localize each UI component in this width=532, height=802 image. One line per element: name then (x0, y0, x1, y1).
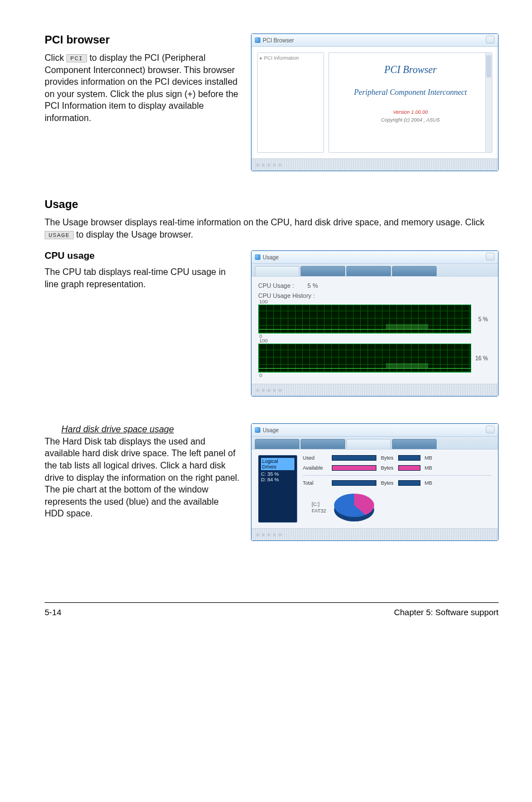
close-icon[interactable] (486, 36, 495, 44)
close-icon[interactable] (486, 426, 495, 433)
bar-total-mb (398, 480, 420, 486)
cpu-graph-2-pct: 16 % (475, 355, 488, 361)
pci-tree-root: PCI Information (264, 55, 299, 61)
hdd-total-label: Total (303, 480, 327, 486)
pci-para-pre: Click (45, 53, 66, 62)
hdd-window-title: Usage (263, 427, 279, 433)
hdd-total-mb: MB (425, 480, 433, 486)
tab-memory[interactable] (392, 439, 437, 449)
cpu-graph-2 (258, 344, 471, 373)
hdd-paragraph: Hard disk drive space usage The Hard Dis… (45, 423, 240, 520)
pci-section-title: PCI browser (45, 33, 240, 46)
page-footer: 5-14 Chapter 5: Software support (45, 602, 499, 617)
hdd-total-unit: Bytes (381, 480, 394, 486)
pci-info-heading: PCI Browser (329, 64, 492, 76)
pci-info-sub: Peripheral Component Interconnect (329, 88, 492, 97)
bar-used-bytes (332, 455, 376, 461)
page-number: 5-14 (45, 607, 61, 617)
usage-chip-icon: USAGE (45, 231, 74, 239)
hdd-para-text: The Hard Disk tab displays the used and … (45, 437, 240, 519)
window-footer-strip (252, 528, 498, 540)
cpu-usage-window: Usage CPU Usage : 5 % CPU Usa (251, 250, 499, 397)
axis-top: 100 (259, 299, 268, 305)
bar-total-bytes (332, 480, 376, 486)
hdd-used-mb: MB (425, 455, 433, 461)
hdd-heading: Hard disk drive space usage (61, 424, 174, 434)
hdd-avail-label: Available (303, 465, 327, 471)
pci-para-post: to display the PCI (Peripheral Component… (45, 53, 238, 123)
hdd-drive-list[interactable]: Logical Drives C: 35 % D: 84 % (258, 455, 297, 523)
window-icon (255, 37, 260, 43)
pie-legend-type: [C:] (312, 501, 326, 508)
pci-info-panel: PCI Browser Peripheral Component Interco… (328, 52, 492, 153)
hdd-avail-mb: MB (425, 465, 433, 471)
hdd-usage-window: Usage Logical Drives C: 35 % D: (251, 423, 499, 541)
cpu-usage-label: CPU Usage : (258, 282, 294, 289)
usage-tabs (252, 437, 498, 449)
list-item[interactable]: C: 35 % (261, 471, 294, 477)
cpu-graph-1 (258, 305, 471, 334)
bar-used-mb (398, 455, 420, 461)
close-icon[interactable] (486, 253, 495, 260)
pci-chip-icon: PCI (66, 54, 87, 62)
cpu-graph-1-pct: 5 % (478, 316, 488, 322)
tab-cpu[interactable] (255, 439, 299, 449)
tab-memory[interactable] (346, 266, 391, 276)
pci-window-title: PCI Browser (263, 37, 294, 44)
pci-browser-window: PCI Browser ▸ PCI Information PCI Browse… (251, 33, 499, 171)
list-item[interactable]: D: 84 % (261, 477, 294, 482)
axis-bot: 0 (259, 373, 262, 378)
pci-paragraph: Click PCI to display the PCI (Peripheral… (45, 52, 240, 124)
tab-cpu[interactable] (255, 266, 299, 276)
cpu-history-label: CPU Usage History : (258, 292, 315, 299)
cpu-window-title: Usage (263, 254, 279, 260)
cpu-usage-title: CPU usage (45, 250, 240, 262)
usage-intro-pre: The Usage browser displays real-time inf… (45, 218, 485, 227)
window-footer-strip (252, 158, 498, 171)
cpu-usage-para: The CPU tab displays real-time CPU usage… (45, 266, 240, 290)
tab-hdd[interactable] (346, 439, 391, 449)
hdd-list-header: Logical Drives (261, 458, 294, 470)
axis-top: 100 (259, 338, 268, 344)
usage-tabs (252, 264, 498, 276)
tab-hdd-placeholder[interactable] (301, 439, 345, 449)
window-icon (255, 427, 260, 433)
pci-tree-panel[interactable]: ▸ PCI Information (257, 52, 324, 153)
usage-section-title: Usage (45, 198, 499, 211)
window-icon (255, 254, 260, 260)
usage-intro-post: to display the Usage browser. (76, 230, 193, 239)
hdd-used-label: Used (303, 455, 327, 461)
pci-info-version: Version 1.00.00 (329, 109, 492, 115)
scrollbar[interactable] (485, 53, 492, 152)
pci-info-copyright: Copyright (c) 2004 , ASUS (329, 117, 492, 123)
chapter-label: Chapter 5: Software support (394, 607, 499, 617)
cpu-usage-val: 5 % (307, 282, 318, 289)
tab-hdd[interactable] (301, 266, 345, 276)
hdd-avail-unit: Bytes (381, 465, 394, 471)
hdd-pie-chart (334, 494, 374, 521)
hdd-used-unit: Bytes (381, 455, 394, 461)
window-footer-strip (252, 384, 498, 396)
tab-other[interactable] (392, 266, 437, 276)
pie-legend-fs: FAT32 (312, 508, 326, 515)
usage-intro: The Usage browser displays real-time inf… (45, 216, 499, 240)
bar-avail-bytes (332, 465, 376, 471)
bar-avail-mb (398, 465, 420, 471)
hdd-detail-panel: Used Bytes MB Available Bytes (303, 455, 491, 523)
